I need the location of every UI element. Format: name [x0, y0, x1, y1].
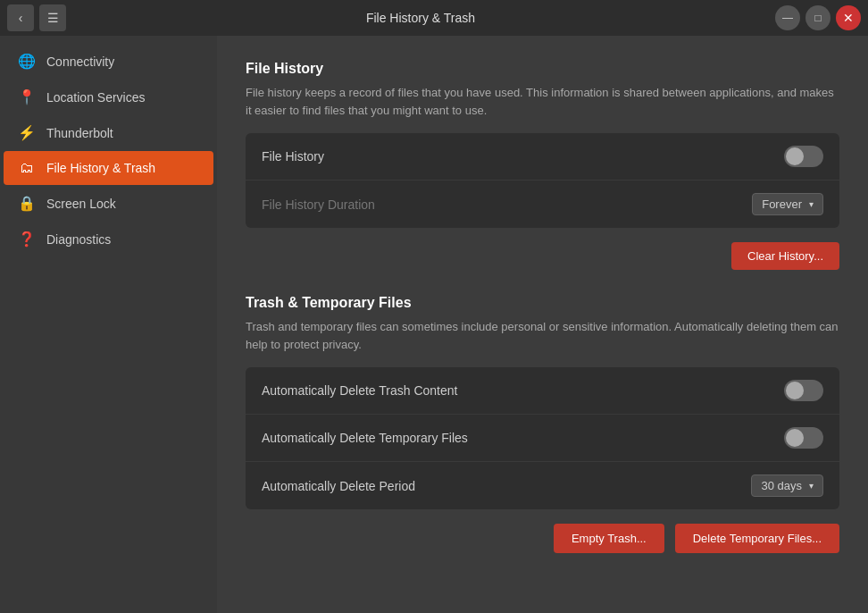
window-controls: — □ ✕	[775, 5, 861, 30]
window-title: File History & Trash	[66, 11, 775, 25]
sidebar-item-location-services[interactable]: 📍 Location Services	[4, 80, 213, 114]
sidebar-item-label: Diagnostics	[46, 232, 111, 247]
thunderbolt-icon: ⚡	[18, 124, 36, 141]
sidebar: 🌐 Connectivity 📍 Location Services ⚡ Thu…	[0, 36, 217, 613]
sidebar-item-thunderbolt[interactable]: ⚡ Thunderbolt	[4, 115, 213, 150]
bottom-actions: Empty Trash... Delete Temporary Files...	[246, 524, 839, 553]
auto-delete-period-label: Automatically Delete Period	[262, 479, 415, 493]
titlebar: ‹ ☰ File History & Trash — □ ✕	[0, 0, 868, 36]
delete-temporary-files-button[interactable]: Delete Temporary Files...	[675, 524, 839, 553]
file-history-duration-dropdown[interactable]: Forever ▾	[752, 193, 823, 215]
trash-description: Trash and temporary files can sometimes …	[246, 318, 839, 353]
file-history-icon: 🗂	[18, 160, 36, 176]
chevron-down-icon: ▾	[809, 199, 814, 209]
auto-delete-trash-toggle[interactable]	[784, 380, 823, 401]
chevron-down-icon: ▾	[809, 481, 814, 491]
period-value: 30 days	[761, 479, 802, 492]
sidebar-item-diagnostics[interactable]: ❓ Diagnostics	[4, 222, 213, 256]
clear-history-row: Clear History...	[246, 242, 839, 270]
sidebar-item-label: Thunderbolt	[46, 126, 113, 140]
question-icon: ❓	[18, 231, 36, 248]
file-history-duration-row: File History Duration Forever ▾	[246, 181, 839, 228]
content-area: File History File history keeps a record…	[217, 36, 868, 613]
auto-delete-temp-label: Automatically Delete Temporary Files	[262, 431, 468, 445]
maximize-button[interactable]: □	[805, 5, 830, 30]
file-history-toggle[interactable]	[784, 146, 823, 167]
sidebar-item-label: Connectivity	[46, 55, 114, 69]
file-history-description: File history keeps a record of files tha…	[246, 84, 839, 119]
trash-box: Automatically Delete Trash Content Autom…	[246, 367, 839, 509]
file-history-duration-label: File History Duration	[262, 197, 375, 212]
file-history-toggle-row: File History	[246, 133, 839, 181]
file-history-toggle-label: File History	[262, 149, 324, 164]
sidebar-item-screen-lock[interactable]: 🔒 Screen Lock	[4, 186, 213, 221]
file-history-box: File History File History Duration Forev…	[246, 133, 839, 228]
menu-button[interactable]: ☰	[39, 4, 66, 31]
duration-value: Forever	[762, 197, 802, 211]
clear-history-button[interactable]: Clear History...	[731, 242, 839, 270]
auto-delete-trash-row: Automatically Delete Trash Content	[246, 367, 839, 415]
auto-delete-temp-row: Automatically Delete Temporary Files	[246, 415, 839, 462]
location-icon: 📍	[18, 88, 36, 105]
sidebar-item-label: Screen Lock	[46, 197, 116, 211]
sidebar-item-connectivity[interactable]: 🌐 Connectivity	[4, 44, 213, 79]
globe-icon: 🌐	[18, 53, 36, 70]
lock-icon: 🔒	[18, 195, 36, 212]
trash-title: Trash & Temporary Files	[246, 295, 839, 311]
auto-delete-trash-label: Automatically Delete Trash Content	[262, 383, 457, 398]
close-button[interactable]: ✕	[836, 5, 861, 30]
sidebar-item-label: File History & Trash	[46, 161, 155, 175]
minimize-button[interactable]: —	[775, 5, 800, 30]
auto-delete-temp-toggle[interactable]	[784, 427, 823, 449]
auto-delete-period-dropdown[interactable]: 30 days ▾	[751, 474, 823, 497]
sidebar-item-label: Location Services	[46, 90, 146, 105]
sidebar-item-file-history-trash[interactable]: 🗂 File History & Trash	[4, 151, 213, 185]
file-history-title: File History	[246, 61, 839, 77]
back-button[interactable]: ‹	[7, 4, 34, 31]
auto-delete-period-row: Automatically Delete Period 30 days ▾	[246, 462, 839, 509]
empty-trash-button[interactable]: Empty Trash...	[554, 524, 664, 553]
main-layout: 🌐 Connectivity 📍 Location Services ⚡ Thu…	[0, 36, 868, 613]
